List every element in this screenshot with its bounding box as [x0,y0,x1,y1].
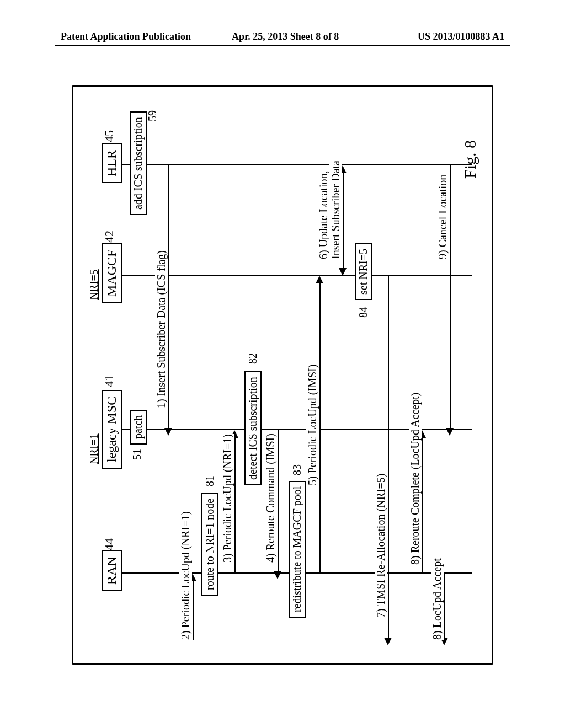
lifeline-hlr [122,164,472,165]
arrow-m9-line [450,165,451,428]
header-left: Patent Application Publication [61,31,191,42]
arrow-m4-head [274,571,281,579]
arrow-m1-head [164,428,172,436]
node-hlr-num: 45 [102,130,116,142]
arrow-m2-line [193,576,194,640]
arrow-m7-line [388,276,389,638]
header-center: Apr. 25, 2013 Sheet 8 of 8 [232,31,339,42]
page: Patent Application Publication Apr. 25, … [0,0,565,728]
action-route-nri1: route to NRI=1 node [201,493,218,596]
header-right: US 2013/0100883 A1 [418,31,504,42]
msg-2: 2) Periodic LocUpd (NRI=1) [179,511,192,640]
node-ran-num: 44 [102,538,116,550]
msg-6b: Insert Subscriber Data [329,160,342,259]
node-magcf: MAGCF [102,243,122,303]
action-set-nri5-num: 84 [357,307,370,318]
arrow-m8-line [422,435,423,572]
lifeline-magcf [122,275,472,276]
arrow-m4-line [278,430,279,571]
arrow-m8b-line [444,574,445,638]
arrow-m7-head [384,638,392,645]
sequence-diagram: RAN 44 NRI=1 legacy MSC 41 NRI=5 MAGCF 4… [86,99,479,651]
node-ran: RAN [102,550,122,591]
nri-magcf: NRI=5 [88,269,100,300]
action-redistribute-num: 83 [291,464,303,475]
action-patch-num: 51 [131,449,143,460]
msg-9: 9) Cancel Location [436,175,449,259]
node-magcf-num: 42 [102,231,116,243]
node-hlr: HLR [102,143,122,183]
node-msc: legacy MSC [102,390,122,469]
arrow-m5-line [319,280,321,572]
msg-3: 3) Periodic LocUpd (NRI=1) [221,434,234,563]
action-set-nri5: set NRI=5 [355,243,372,300]
action-detect-ics: detect ICS subscription [244,371,262,485]
msg-7: 7) TMSI Re-Allocation (NRI=5) [375,474,387,618]
msg-5: 5) Periodic LocUpd (IMSI) [306,365,319,485]
node-msc-num: 41 [102,375,116,387]
arrow-m6-head-l [339,268,347,276]
arrow-m5-head [316,276,323,283]
action-route-nri1-num: 81 [204,475,216,486]
msg-4: 4) Reroute Command (IMSI) [264,433,277,563]
action-detect-ics-num: 82 [247,353,259,364]
action-patch: patch [130,410,147,445]
msg-8: 8) Reroute Complete (LocUpd Accept) [409,393,422,565]
action-redistribute: redistribute to MAGCF pool [289,481,306,618]
msg-8b: 8) LocUpd Accept [431,558,444,640]
nri-msc: NRI=1 [88,433,100,464]
action-add-ics: add ICS subscription [130,111,147,215]
figure-caption: Fig. 8 [461,140,479,179]
arrow-m1-line [168,165,169,428]
arrow-m6-line [343,170,344,268]
msg-1: 1) Insert Subscriber Data (ICS flag) [155,250,168,408]
msg-6: 6) Update Location, [317,171,330,260]
action-add-ics-num: 59 [146,110,159,121]
arrow-m3-line [234,435,236,572]
arrow-m9-head [446,428,454,436]
header-rule [55,45,510,46]
